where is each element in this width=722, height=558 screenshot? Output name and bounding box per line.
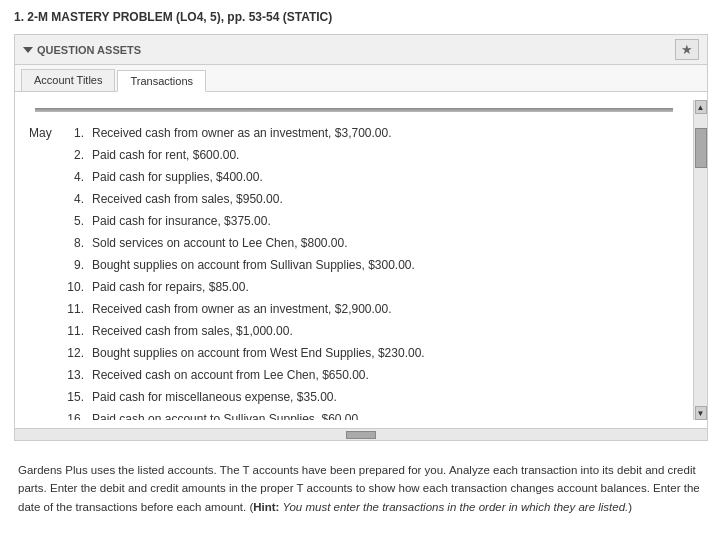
table-row: 5.Paid cash for insurance, $375.00. (25, 210, 683, 232)
tab-account-titles[interactable]: Account Titles (21, 69, 115, 91)
scrollbar-up-button[interactable]: ▲ (695, 100, 707, 114)
divider-bar (35, 108, 673, 112)
instructions-main: Gardens Plus uses the listed accounts. T… (18, 464, 700, 513)
desc-cell: Paid cash for insurance, $375.00. (88, 210, 683, 232)
desc-cell: Paid cash for supplies, $400.00. (88, 166, 683, 188)
table-row: 4.Paid cash for supplies, $400.00. (25, 166, 683, 188)
tab-transactions[interactable]: Transactions (117, 70, 206, 92)
horizontal-scrollbar[interactable] (15, 428, 707, 440)
desc-cell: Received cash from sales, $1,000.00. (88, 320, 683, 342)
transactions-table: May1.Received cash from owner as an inve… (25, 122, 683, 420)
desc-cell: Received cash on account from Lee Chen, … (88, 364, 683, 386)
month-cell (25, 298, 60, 320)
num-cell: 4. (60, 188, 88, 210)
qa-header: QUESTION ASSETS ★ (15, 35, 707, 65)
qa-header-text: QUESTION ASSETS (37, 44, 141, 56)
month-cell (25, 232, 60, 254)
scrollbar-down-button[interactable]: ▼ (695, 406, 707, 420)
month-cell (25, 188, 60, 210)
table-row: 10.Paid cash for repairs, $85.00. (25, 276, 683, 298)
num-cell: 15. (60, 386, 88, 408)
table-row: 11.Received cash from sales, $1,000.00. (25, 320, 683, 342)
desc-cell: Paid cash for miscellaneous expense, $35… (88, 386, 683, 408)
desc-cell: Bought supplies on account from Sullivan… (88, 254, 683, 276)
desc-cell: Paid cash on account to Sullivan Supplie… (88, 408, 683, 420)
month-cell (25, 254, 60, 276)
table-row: May1.Received cash from owner as an inve… (25, 122, 683, 144)
num-cell: 10. (60, 276, 88, 298)
month-cell (25, 144, 60, 166)
month-cell (25, 408, 60, 420)
month-cell (25, 320, 60, 342)
month-cell (25, 210, 60, 232)
star-button[interactable]: ★ (675, 39, 699, 60)
question-assets-panel: QUESTION ASSETS ★ Account Titles Transac… (14, 34, 708, 441)
num-cell: 11. (60, 320, 88, 342)
scroll-area[interactable]: May1.Received cash from owner as an inve… (15, 100, 693, 420)
num-cell: 12. (60, 342, 88, 364)
collapse-icon[interactable] (23, 47, 33, 53)
desc-cell: Sold services on account to Lee Chen, $8… (88, 232, 683, 254)
table-row: 13.Received cash on account from Lee Che… (25, 364, 683, 386)
num-cell: 9. (60, 254, 88, 276)
desc-cell: Bought supplies on account from West End… (88, 342, 683, 364)
month-cell (25, 386, 60, 408)
instructions-text: Gardens Plus uses the listed accounts. T… (14, 453, 708, 520)
desc-cell: Received cash from owner as an investmen… (88, 298, 683, 320)
num-cell: 11. (60, 298, 88, 320)
table-row: 8.Sold services on account to Lee Chen, … (25, 232, 683, 254)
desc-cell: Paid cash for rent, $600.00. (88, 144, 683, 166)
month-cell (25, 342, 60, 364)
qa-header-label: QUESTION ASSETS (23, 44, 141, 56)
problem-title: 1. 2-M MASTERY PROBLEM (LO4, 5), pp. 53-… (14, 10, 708, 24)
scrollbar-thumb[interactable] (695, 128, 707, 168)
scrollbar-track: ▲ ▼ (693, 100, 707, 420)
month-cell (25, 364, 60, 386)
num-cell: 2. (60, 144, 88, 166)
month-cell (25, 276, 60, 298)
num-cell: 4. (60, 166, 88, 188)
month-cell (25, 166, 60, 188)
num-cell: 8. (60, 232, 88, 254)
table-row: 4.Received cash from sales, $950.00. (25, 188, 683, 210)
num-cell: 16. (60, 408, 88, 420)
page-container: 1. 2-M MASTERY PROBLEM (LO4, 5), pp. 53-… (0, 0, 722, 530)
desc-cell: Received cash from sales, $950.00. (88, 188, 683, 210)
num-cell: 5. (60, 210, 88, 232)
table-row: 16.Paid cash on account to Sullivan Supp… (25, 408, 683, 420)
table-row: 15.Paid cash for miscellaneous expense, … (25, 386, 683, 408)
table-row: 11.Received cash from owner as an invest… (25, 298, 683, 320)
content-area: May1.Received cash from owner as an inve… (15, 92, 707, 428)
month-cell: May (25, 122, 60, 144)
tabs-row: Account Titles Transactions (15, 65, 707, 92)
horiz-scrollbar-thumb[interactable] (346, 431, 376, 439)
table-row: 2.Paid cash for rent, $600.00. (25, 144, 683, 166)
num-cell: 13. (60, 364, 88, 386)
table-row: 9.Bought supplies on account from Sulliv… (25, 254, 683, 276)
desc-cell: Received cash from owner as an investmen… (88, 122, 683, 144)
num-cell: 1. (60, 122, 88, 144)
desc-cell: Paid cash for repairs, $85.00. (88, 276, 683, 298)
table-row: 12.Bought supplies on account from West … (25, 342, 683, 364)
